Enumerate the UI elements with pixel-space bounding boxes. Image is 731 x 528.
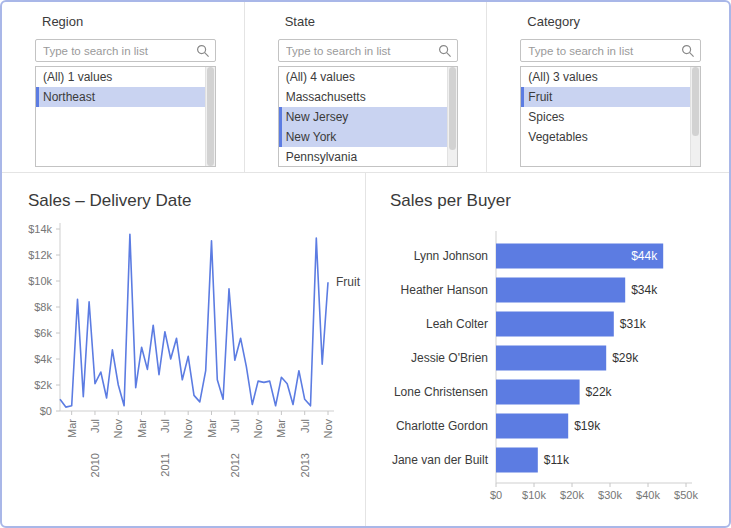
axis-tick-label: Nov (322, 419, 334, 439)
axis-tick-label: Mar (66, 419, 78, 438)
axis-tick-label: $0 (490, 489, 502, 501)
filter-title-region: Region (42, 14, 216, 29)
bar[interactable] (496, 380, 580, 405)
axis-tick-label: $12k (28, 249, 52, 261)
axis-tick-label: Nov (252, 419, 264, 439)
region-search-box[interactable] (35, 39, 216, 62)
bar[interactable] (496, 278, 625, 303)
bar-chart-title: Sales per Buyer (390, 191, 729, 211)
axis-tick-label: Mar (275, 419, 287, 438)
bar-category-label: Jessie O'Brien (411, 351, 488, 365)
category-filter-list: (All) 3 values Fruit Spices Vegetables (520, 66, 701, 167)
bar-value-label: $11k (544, 453, 570, 467)
list-item-new-jersey[interactable]: New Jersey (279, 107, 448, 127)
list-item-vegetables[interactable]: Vegetables (521, 127, 690, 147)
bar-category-label: Leah Colter (426, 317, 488, 331)
region-scroll-thumb[interactable] (207, 67, 214, 166)
line-chart-title: Sales – Delivery Date (28, 191, 365, 211)
list-item-pennsylvania[interactable]: Pennsylvania (279, 147, 448, 166)
state-search-input[interactable] (279, 40, 432, 61)
bar-category-label: Heather Hanson (401, 283, 488, 297)
charts-row: Sales – Delivery Date $0$2k$4k$6k$8k$10k… (2, 173, 729, 526)
axis-tick-label: $0 (40, 405, 52, 417)
list-item-all[interactable]: (All) 3 values (521, 67, 690, 87)
category-search-box[interactable] (520, 39, 701, 62)
list-item-all[interactable]: (All) 4 values (279, 67, 448, 87)
filter-panel-state: State (All) 4 values Massachusetts New J… (245, 2, 488, 172)
axis-tick-label: Nov (182, 419, 194, 439)
axis-tick-label: $10k (522, 489, 546, 501)
axis-tick-label: $50k (674, 489, 698, 501)
category-search-input[interactable] (521, 40, 674, 61)
bar-category-label: Charlotte Gordon (396, 419, 488, 433)
filter-panel-region: Region (All) 1 values Northeast (2, 2, 245, 172)
category-scroll-thumb[interactable] (692, 67, 699, 136)
axis-tick-label: $30k (598, 489, 622, 501)
sales-line[interactable] (60, 234, 328, 407)
bar-category-label: Lynn Johnson (414, 249, 488, 263)
list-item-spices[interactable]: Spices (521, 107, 690, 127)
bar[interactable] (496, 346, 606, 371)
region-scrollbar[interactable] (205, 67, 215, 166)
filter-title-state: State (285, 14, 459, 29)
year-tick-label: 2011 (159, 453, 171, 477)
filter-panel-category: Category (All) 3 values Fruit Spices Veg… (487, 2, 729, 172)
year-tick-label: 2010 (89, 453, 101, 477)
search-icon[interactable] (681, 44, 695, 58)
list-item-all[interactable]: (All) 1 values (36, 67, 205, 87)
category-scrollbar[interactable] (690, 67, 700, 166)
search-icon[interactable] (196, 44, 210, 58)
axis-tick-label: $8k (34, 301, 52, 313)
state-filter-list: (All) 4 values Massachusetts New Jersey … (278, 66, 459, 167)
axis-tick-label: $6k (34, 327, 52, 339)
bar[interactable] (496, 414, 568, 439)
axis-tick-label: Nov (112, 419, 124, 439)
search-icon[interactable] (438, 44, 452, 58)
state-list-items: (All) 4 values Massachusetts New Jersey … (279, 67, 448, 166)
sales-per-buyer-panel: Sales per Buyer $0$10k$20k$30k$40k$50kLy… (366, 173, 729, 526)
axis-tick-label: $20k (560, 489, 584, 501)
axis-tick-label: $10k (28, 275, 52, 287)
state-scroll-thumb[interactable] (449, 67, 456, 150)
state-search-box[interactable] (278, 39, 459, 62)
bar-value-label: $31k (620, 317, 647, 331)
series-label: Fruit (336, 275, 361, 289)
bar-value-label: $19k (574, 419, 601, 433)
bar[interactable] (496, 312, 614, 337)
year-tick-label: 2013 (299, 453, 311, 477)
year-tick-label: 2012 (229, 453, 241, 477)
sales-delivery-date-line-chart[interactable]: $0$2k$4k$6k$8k$10k$12k$14kMarJulNovMarJu… (6, 215, 366, 517)
bar-value-label: $44k (631, 249, 658, 263)
filters-row: Region (All) 1 values Northeast State (2, 2, 729, 173)
region-filter-list: (All) 1 values Northeast (35, 66, 216, 167)
bar-value-label: $34k (631, 283, 658, 297)
axis-tick-label: Mar (136, 419, 148, 438)
bar-value-label: $22k (586, 385, 613, 399)
bar-category-label: Lone Christensen (394, 385, 488, 399)
axis-tick-label: $2k (34, 379, 52, 391)
axis-tick-label: Jul (299, 419, 311, 433)
axis-tick-label: Jul (229, 419, 241, 433)
region-search-input[interactable] (36, 40, 189, 61)
list-item-new-york[interactable]: New York (279, 127, 448, 147)
sales-per-buyer-bar-chart[interactable]: $0$10k$20k$30k$40k$50kLynn Johnson$44kHe… (374, 215, 726, 517)
list-item-massachusetts[interactable]: Massachusetts (279, 87, 448, 107)
dashboard-window: Region (All) 1 values Northeast State (0, 0, 731, 528)
bar[interactable] (496, 448, 538, 473)
axis-tick-label: $14k (28, 223, 52, 235)
axis-tick-label: Mar (206, 419, 218, 438)
bar-category-label: Jane van der Built (392, 453, 489, 467)
list-item-northeast[interactable]: Northeast (36, 87, 205, 107)
axis-tick-label: $40k (636, 489, 660, 501)
list-item-fruit[interactable]: Fruit (521, 87, 690, 107)
sales-delivery-date-panel: Sales – Delivery Date $0$2k$4k$6k$8k$10k… (2, 173, 366, 526)
filter-title-category: Category (527, 14, 701, 29)
category-list-items: (All) 3 values Fruit Spices Vegetables (521, 67, 690, 166)
axis-tick-label: Jul (159, 419, 171, 433)
axis-tick-label: $4k (34, 353, 52, 365)
state-scrollbar[interactable] (447, 67, 457, 166)
bar-value-label: $29k (612, 351, 639, 365)
region-list-items: (All) 1 values Northeast (36, 67, 205, 166)
axis-tick-label: Jul (89, 419, 101, 433)
